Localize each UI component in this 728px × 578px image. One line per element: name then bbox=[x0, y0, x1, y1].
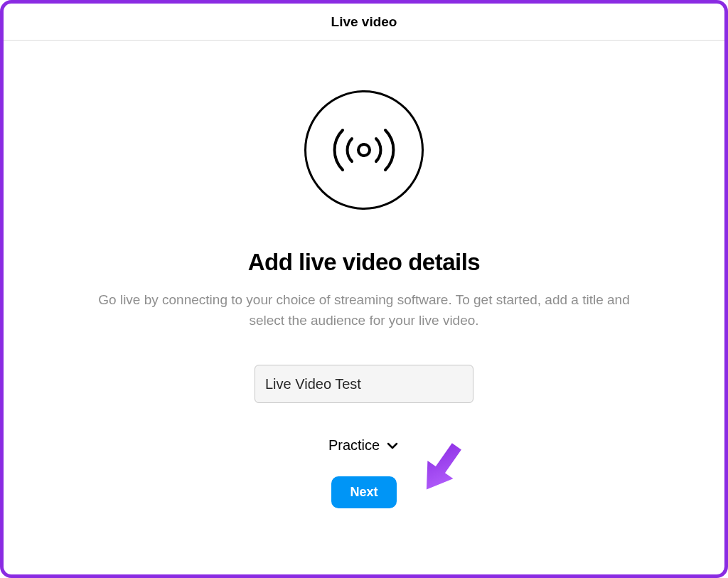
modal-header: Live video bbox=[4, 4, 724, 41]
live-title-input[interactable] bbox=[255, 365, 473, 403]
modal-content: Add live video details Go live by connec… bbox=[4, 41, 724, 508]
modal-frame: Live video Add live video details Go liv… bbox=[0, 0, 728, 578]
audience-label: Practice bbox=[328, 437, 380, 454]
page-heading: Add live video details bbox=[248, 249, 480, 276]
page-description: Go live by connecting to your choice of … bbox=[87, 290, 641, 331]
audience-selector[interactable]: Practice bbox=[328, 437, 400, 454]
next-button[interactable]: Next bbox=[331, 476, 396, 508]
modal-title: Live video bbox=[331, 14, 397, 30]
live-broadcast-icon bbox=[304, 90, 424, 210]
chevron-down-icon bbox=[385, 439, 400, 453]
next-button-wrap: Next bbox=[331, 476, 396, 508]
broadcast-waves-icon bbox=[325, 121, 403, 179]
annotation-arrow-icon bbox=[408, 429, 479, 501]
svg-point-0 bbox=[358, 144, 370, 156]
